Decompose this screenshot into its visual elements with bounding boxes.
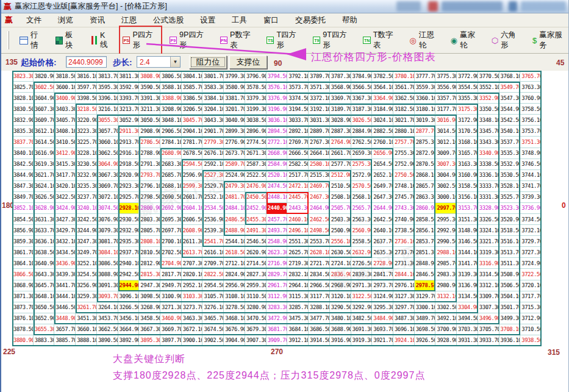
- grid-cell: 2673.70: [224, 148, 245, 159]
- grid-cell: 3475.30: [287, 313, 309, 324]
- angle-label-45: 45: [556, 59, 564, 67]
- grid-cell: 2539.30: [202, 225, 224, 236]
- grid-cell: 3496.90: [478, 313, 499, 324]
- grid-cell: 2851.30: [415, 247, 436, 258]
- toolbar-button-赢家服务[interactable]: $赢家服务: [531, 28, 568, 52]
- menu-item-浏览[interactable]: 浏览: [58, 15, 73, 26]
- toolbar-button-P四方形[interactable]: PSP四方形: [121, 28, 160, 52]
- grid-cell: 3024.10: [372, 115, 393, 126]
- menu-item-窗口[interactable]: 窗口: [263, 15, 279, 26]
- grid-cell: 3417.70: [54, 170, 76, 181]
- grid-cell: 3492.10: [435, 313, 457, 324]
- grid-cell: 3228.10: [76, 148, 97, 159]
- grid-cell: 2486.50: [224, 214, 245, 225]
- grid-cell: 2457.70: [267, 214, 288, 225]
- grid-cell: 3842.50: [12, 159, 34, 170]
- grid-cell: 3717.70: [520, 291, 542, 302]
- grid-cell: 3523.30: [499, 203, 521, 214]
- grid-cell: 2846.50: [415, 269, 436, 280]
- grid-cell: 3748.90: [520, 148, 542, 159]
- grid-cell: 2680.90: [160, 148, 182, 159]
- grid-cell: 3919.30: [351, 335, 373, 346]
- support-button[interactable]: 支撑位: [229, 55, 267, 69]
- grid-cell: 2940.10: [118, 258, 140, 269]
- toolbar-button-9P四方形[interactable]: P99P四方形: [168, 28, 210, 52]
- grid-cell: 2952.10: [182, 280, 203, 291]
- grid-cell: 2656.90: [372, 148, 393, 159]
- grid-cell: 2707.30: [182, 258, 203, 269]
- menu-item-工具[interactable]: 工具: [232, 15, 247, 26]
- grid-cell: 3700.90: [435, 324, 457, 335]
- toolbar-button-行情[interactable]: 行情: [18, 28, 46, 52]
- start-price-input[interactable]: [66, 56, 107, 68]
- grid-cell: 3225.70: [76, 137, 97, 148]
- grid-cell: 3849.70: [12, 192, 34, 203]
- grid-cell: 3386.50: [182, 93, 203, 104]
- grid-cell: 3909.70: [267, 335, 288, 346]
- toolbar-button-赢家轮[interactable]: ◉赢家轮: [449, 28, 482, 52]
- grid-cell: 3633.70: [34, 225, 55, 236]
- menu-item-资讯[interactable]: 资讯: [90, 15, 105, 26]
- grid-cell: 2601.70: [182, 192, 203, 203]
- grid-cell: 3446.50: [54, 302, 76, 313]
- toolbar-button-T四方形[interactable]: TST四方形: [265, 28, 303, 52]
- menu-item-文件[interactable]: 文件: [26, 15, 41, 26]
- t9-badge-icon: T9: [313, 37, 320, 44]
- grid-cell: 2863.30: [415, 192, 436, 203]
- grid-cell: 3614.50: [34, 137, 55, 148]
- grid-cell: 2635.30: [372, 247, 393, 258]
- toolbar-button-P数字表[interactable]: PNP数字表: [219, 28, 257, 52]
- grid-cell: 3549.70: [499, 82, 521, 93]
- grid-cell: 2551.30: [287, 236, 309, 247]
- grid-cell: 2776.90: [224, 137, 245, 148]
- grid-cell: 3796.90: [245, 71, 267, 82]
- grid-cell: 3693.70: [372, 324, 393, 335]
- menu-item-江恩[interactable]: 江恩: [121, 15, 137, 26]
- grid-cell: 3357.70: [435, 93, 457, 104]
- grid-cell: 2620.90: [245, 247, 267, 258]
- grid-cell: 2786.50: [139, 137, 160, 148]
- toolbar-button-K线[interactable]: K线: [89, 29, 113, 52]
- grid-cell: 3530.50: [499, 170, 521, 181]
- grid-cell: 3907.30: [245, 335, 267, 346]
- grid-cell: 2988.10: [435, 247, 457, 258]
- grid-cell: 3688.90: [330, 324, 351, 335]
- grid-cell: 2589.70: [224, 159, 245, 170]
- grid-cell: 3122.50: [351, 291, 373, 302]
- grid-cell: 2791.30: [139, 159, 160, 170]
- grid-cell: 2644.90: [372, 203, 393, 214]
- resistance-button[interactable]: 阻力位: [189, 55, 227, 69]
- chevron-down-icon[interactable]: ▼: [170, 57, 180, 67]
- grid-cell: 2546.50: [245, 236, 267, 247]
- grid-cell: 2661.70: [330, 148, 351, 159]
- grid-cell: 3163.30: [457, 159, 478, 170]
- grid-cell: 3139.30: [457, 269, 478, 280]
- grid-cell: 3206.50: [182, 104, 203, 115]
- toolbar-button-江恩轮[interactable]: ◎江恩轮: [408, 28, 440, 52]
- grid-cell: 2568.10: [351, 192, 373, 203]
- grid-cell: 2985.70: [435, 258, 457, 269]
- grid-cell: 3804.10: [182, 71, 203, 82]
- grid-cell: 3777.70: [415, 71, 436, 82]
- grid-cell: 2764.90: [330, 137, 351, 148]
- grid-cell: 3664.90: [118, 324, 140, 335]
- menu-item-交易委托[interactable]: 交易委托: [295, 15, 326, 26]
- grid-cell: 3638.50: [34, 247, 55, 258]
- grid-cell: 3463.30: [182, 313, 203, 324]
- grid-cell: 2637.70: [372, 236, 393, 247]
- toolbar-button-板块[interactable]: 板块: [54, 28, 81, 52]
- toolbar-button-T数字表[interactable]: TNT数字表: [362, 28, 399, 52]
- step-combobox[interactable]: 2.4 ▼: [137, 56, 181, 68]
- grid-cell: 3626.50: [34, 192, 55, 203]
- grid-cell: 3112.90: [267, 291, 288, 302]
- grid-cell: 2517.70: [287, 170, 309, 181]
- toolbar-label: 行情: [30, 30, 45, 51]
- grid-cell: 2810.50: [139, 247, 160, 258]
- toolbar-button-六角形[interactable]: ⬡六角形: [490, 28, 523, 52]
- toolbar-button-9T四方形[interactable]: T99T四方形: [312, 28, 353, 52]
- menu-item-公式选股[interactable]: 公式选股: [153, 15, 184, 26]
- grid-cell: 3400.90: [54, 93, 76, 104]
- menu-item-设置[interactable]: 设置: [200, 15, 215, 26]
- menu-item-帮助[interactable]: 帮助: [342, 15, 357, 26]
- grid-cell: 3866.50: [12, 269, 34, 280]
